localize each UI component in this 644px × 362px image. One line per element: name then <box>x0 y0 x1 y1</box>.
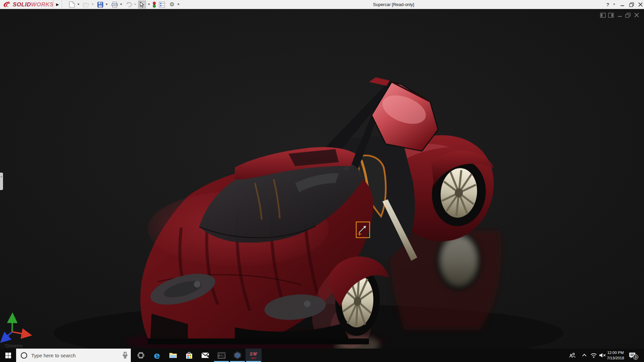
options-dropdown-arrow[interactable] <box>177 4 179 5</box>
print-dropdown-arrow[interactable] <box>120 4 122 5</box>
solidworks-sw-letters: SW <box>250 352 257 357</box>
save-button[interactable] <box>96 1 104 8</box>
titlebar: SOLIDWORKS ▶ <box>0 0 644 9</box>
people-button[interactable] <box>568 349 578 362</box>
task-view-button[interactable] <box>133 349 149 362</box>
clock-time: 12:00 PM <box>606 350 625 355</box>
view-orientation-label: *Dimetric <box>4 343 23 348</box>
doc-pane-right-button[interactable] <box>607 12 614 18</box>
options-button[interactable]: ⚙ <box>168 1 176 8</box>
new-document-button[interactable] <box>68 1 76 8</box>
command-prompt-icon: C:\_ <box>218 352 225 359</box>
doc-close-button[interactable] <box>633 12 640 18</box>
doc-close-icon <box>634 13 639 17</box>
help-button[interactable]: ? <box>604 0 612 9</box>
start-button[interactable] <box>0 349 16 362</box>
store-icon <box>185 352 193 359</box>
solidworks-year: 2017 <box>250 357 257 359</box>
windows-taskbar: Type here to search e <box>0 349 644 362</box>
solidworks-app-icon: SW 2017 <box>250 352 257 359</box>
notification-count: 3 <box>635 355 637 359</box>
gear-icon: ⚙ <box>169 1 174 8</box>
doc-restore-icon <box>625 13 631 18</box>
triad-y-axis <box>12 318 12 332</box>
pane-right-icon <box>608 13 614 18</box>
restore-icon <box>629 2 634 7</box>
search-placeholder: Type here to search <box>31 353 76 358</box>
document-title: Supercar [Read-only] <box>373 2 414 7</box>
network-button[interactable] <box>589 349 598 362</box>
task-view-icon <box>137 352 145 359</box>
restore-button[interactable] <box>627 0 636 9</box>
tab-grip-dot <box>1 176 2 177</box>
flyout-arrow-icon: ▶ <box>56 2 59 7</box>
select-cursor-icon <box>140 2 145 8</box>
hexagon-app-icon <box>233 351 241 359</box>
mail-button[interactable] <box>197 349 213 362</box>
chevron-up-icon <box>582 354 586 358</box>
clock-date: 7/13/2018 <box>606 355 625 361</box>
open-folder-icon <box>83 2 90 7</box>
help-dropdown-arrow[interactable] <box>613 4 615 5</box>
taskbar-search-input[interactable]: Type here to search <box>16 349 131 362</box>
file-explorer-button[interactable] <box>165 349 181 362</box>
command-prompt-button[interactable]: C:\_ <box>213 349 229 362</box>
triad-z-axis <box>4 332 12 339</box>
solidworks-taskbar-button[interactable]: SW 2017 <box>246 349 262 362</box>
brand-works: WORKS <box>31 1 54 8</box>
windows-logo-icon <box>5 353 11 358</box>
save-dropdown-arrow[interactable] <box>106 4 108 5</box>
save-floppy-icon <box>97 2 103 8</box>
help-icon: ? <box>606 2 609 7</box>
print-button[interactable] <box>111 1 118 8</box>
feature-manager-collapsed-tab[interactable] <box>0 173 3 190</box>
close-button[interactable] <box>636 0 644 9</box>
display-stoplight-button[interactable] <box>150 1 158 8</box>
minimize-icon <box>620 2 625 7</box>
print-icon <box>111 2 118 8</box>
doc-restore-button[interactable] <box>624 12 632 18</box>
ds-swoosh-icon <box>3 1 13 8</box>
undo-dropdown-arrow[interactable] <box>134 4 136 5</box>
doc-minimize-button[interactable] <box>616 12 624 18</box>
undo-button[interactable] <box>125 1 132 8</box>
cortana-icon <box>21 352 27 359</box>
open-dropdown-arrow[interactable] <box>92 4 94 5</box>
document-properties-button[interactable] <box>158 1 166 8</box>
close-icon <box>638 2 643 7</box>
pane-left-icon <box>600 13 606 18</box>
select-tool-button[interactable] <box>138 1 146 8</box>
svg-text:C:\_: C:\_ <box>219 355 224 357</box>
graphics-viewport[interactable]: *Dimetric <box>0 9 644 349</box>
open-button[interactable] <box>82 1 90 8</box>
properties-list-icon <box>159 2 165 8</box>
microsoft-store-button[interactable] <box>181 349 197 362</box>
undo-icon <box>125 2 132 7</box>
microphone-icon[interactable] <box>123 352 127 359</box>
taskbar-clock[interactable]: 12:00 PM 7/13/2018 <box>606 350 625 361</box>
people-icon <box>569 353 576 358</box>
volume-muted-icon <box>599 353 606 358</box>
brand-solid: SOLID <box>13 1 31 8</box>
new-dropdown-arrow[interactable] <box>77 4 79 5</box>
doc-pane-left-button[interactable] <box>599 12 606 18</box>
toolbar-flyout-button[interactable]: ▶ <box>53 0 62 9</box>
doc-minimize-icon <box>618 13 622 18</box>
wifi-icon <box>590 353 597 358</box>
edge-button[interactable]: e <box>149 349 165 362</box>
triad-x-axis <box>12 332 27 335</box>
file-explorer-icon <box>169 352 177 359</box>
notification-badge: 3 <box>633 354 638 360</box>
select-dropdown-arrow[interactable] <box>148 4 150 5</box>
solidworks-logo: SOLIDWORKS <box>3 1 54 8</box>
stoplight-icon <box>152 1 156 8</box>
hidden-icons-button[interactable] <box>580 349 589 362</box>
orientation-triad <box>0 312 37 346</box>
edge-icon: e <box>154 350 160 361</box>
mail-icon <box>201 352 209 358</box>
edrawings-hexagon-button[interactable] <box>229 349 246 362</box>
car-3d-model[interactable] <box>0 9 644 349</box>
new-document-icon <box>69 1 75 8</box>
minimize-button[interactable] <box>618 0 627 9</box>
